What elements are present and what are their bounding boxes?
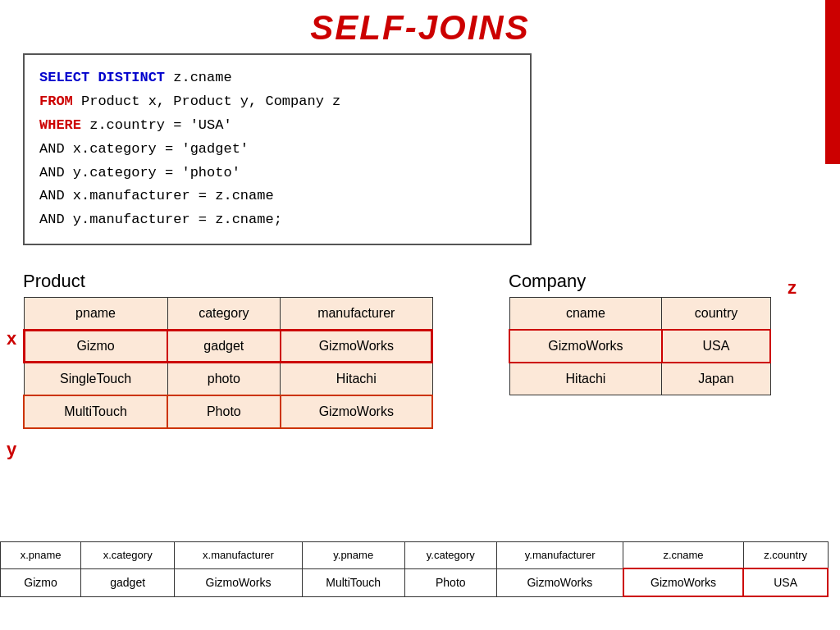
sql-and1: AND x.category = 'gadget' xyxy=(39,141,249,157)
product-header-row: pname category manufacturer xyxy=(24,298,432,331)
result-zcountry: USA xyxy=(743,568,828,596)
result-table-area: x.pname x.category x.manufacturer y.pnam… xyxy=(0,541,829,597)
result-xcategory: gadget xyxy=(81,568,175,596)
sql-and3: AND x.manufacturer = z.cname xyxy=(39,188,274,203)
sql-from-rest: Product x, Product y, Company z xyxy=(81,94,340,109)
company-table-area: Company cname country GizmoWorks USA Hit… xyxy=(509,271,771,395)
result-data-row: Gizmo gadget GizmoWorks MultiTouch Photo… xyxy=(1,568,829,596)
company-gizmoworks-cname: GizmoWorks xyxy=(509,330,662,363)
result-col-zcountry: z.country xyxy=(743,542,828,569)
product-col-category: category xyxy=(167,298,280,331)
sql-select-rest: z.cname xyxy=(173,70,231,85)
sql-where-kw: WHERE xyxy=(39,117,81,133)
table-row: MultiTouch Photo GizmoWorks xyxy=(24,395,432,428)
company-col-country: country xyxy=(662,298,770,331)
red-sidebar-accent xyxy=(825,0,840,164)
company-table: cname country GizmoWorks USA Hitachi Jap… xyxy=(509,297,771,395)
result-ymanufacturer: GizmoWorks xyxy=(497,568,623,596)
sql-and2: AND y.category = 'photo' xyxy=(39,165,240,180)
result-col-xpname: x.pname xyxy=(1,542,81,569)
company-gizmoworks-country: USA xyxy=(662,330,770,363)
product-col-pname: pname xyxy=(24,298,167,331)
result-col-xmanufacturer: x.manufacturer xyxy=(175,542,303,569)
multitouch-pname: MultiTouch xyxy=(24,395,167,428)
result-zcname: GizmoWorks xyxy=(623,568,744,596)
sql-select-kw: SELECT xyxy=(39,70,89,85)
result-col-ycategory: y.category xyxy=(404,542,496,569)
product-table-area: Product pname category manufacturer Gizm… xyxy=(23,271,433,429)
result-col-xcategory: x.category xyxy=(81,542,175,569)
multitouch-category: Photo xyxy=(167,395,280,428)
z-alias-label: z xyxy=(788,277,797,299)
page-title: SELF-JOINS xyxy=(0,0,840,48)
product-table-label: Product xyxy=(23,271,433,292)
singletouch-pname: SingleTouch xyxy=(24,363,167,395)
singletouch-category: photo xyxy=(167,363,280,395)
y-alias-label: y xyxy=(7,439,16,460)
result-xmanufacturer: GizmoWorks xyxy=(175,568,303,596)
sql-box: SELECT DISTINCT z.cname FROM Product x, … xyxy=(23,53,532,245)
product-col-manufacturer: manufacturer xyxy=(281,298,432,331)
gizmo-category: gadget xyxy=(167,330,280,363)
result-ypname: MultiTouch xyxy=(302,568,404,596)
result-col-zcname: z.cname xyxy=(623,542,744,569)
multitouch-manufacturer: GizmoWorks xyxy=(281,395,432,428)
table-row: Hitachi Japan xyxy=(509,363,770,395)
company-col-cname: cname xyxy=(509,298,662,331)
sql-from-kw: FROM xyxy=(39,94,73,109)
result-xpname: Gizmo xyxy=(1,568,81,596)
product-table: pname category manufacturer Gizmo gadget… xyxy=(23,297,433,429)
sql-distinct-kw: DISTINCT xyxy=(98,70,165,85)
table-row: Gizmo gadget GizmoWorks xyxy=(24,330,432,363)
gizmo-manufacturer: GizmoWorks xyxy=(281,330,432,363)
company-table-label: Company xyxy=(509,271,771,292)
gizmo-pname: Gizmo xyxy=(24,330,167,363)
result-col-ypname: y.pname xyxy=(302,542,404,569)
result-table: x.pname x.category x.manufacturer y.pnam… xyxy=(0,541,829,597)
table-row: GizmoWorks USA xyxy=(509,330,770,363)
company-hitachi-cname: Hitachi xyxy=(509,363,662,395)
result-col-ymanufacturer: y.manufacturer xyxy=(497,542,623,569)
sql-and4: AND y.manufacturer = z.cname; xyxy=(39,212,282,227)
company-header-row: cname country xyxy=(509,298,770,331)
table-row: SingleTouch photo Hitachi xyxy=(24,363,432,395)
x-alias-label: x xyxy=(7,328,16,349)
company-hitachi-country: Japan xyxy=(662,363,770,395)
sql-where-rest: z.country = 'USA' xyxy=(89,117,231,133)
result-header-row: x.pname x.category x.manufacturer y.pnam… xyxy=(1,542,829,569)
result-ycategory: Photo xyxy=(404,568,496,596)
singletouch-manufacturer: Hitachi xyxy=(281,363,432,395)
